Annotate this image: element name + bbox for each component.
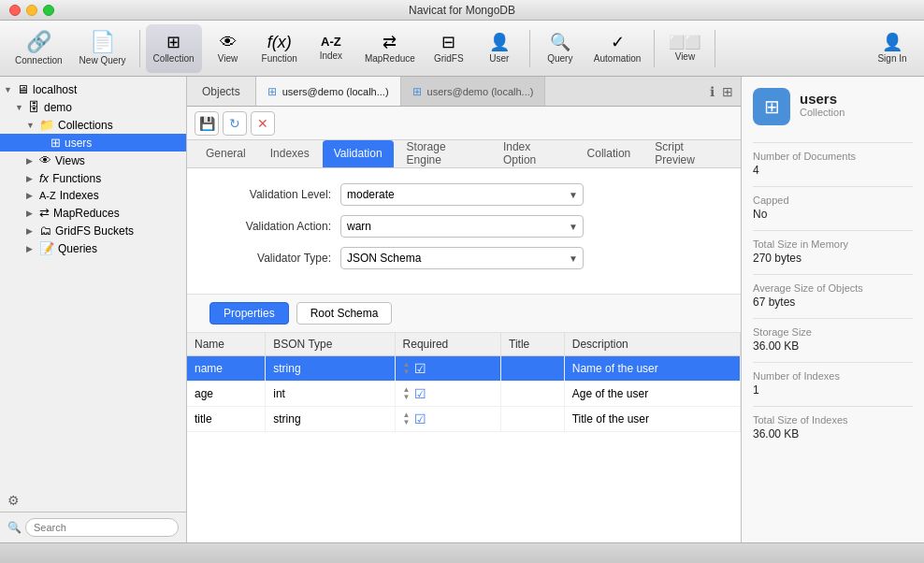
refresh-icon: ↻ [229,116,240,131]
index-icon: A-Z [321,36,341,48]
rp-stat-num-indexes: Number of Indexes 1 [753,370,913,397]
subtab-general[interactable]: General [195,140,257,167]
table-row[interactable]: age int ▲▼ ☑ Age of the user [187,382,741,407]
toolbar-sep-3 [654,30,655,67]
cell-title [501,382,565,407]
automation-button[interactable]: ✓ Automation [586,24,649,73]
subtab-indexes[interactable]: Indexes [259,140,321,167]
rp-stat-size-memory: Total Size in Memory 270 bytes [753,238,913,265]
subtab-index-option[interactable]: Index Option [492,140,574,167]
collection-button[interactable]: ⊞ Collection [146,24,202,73]
sidebar-item-label: users [65,137,92,150]
sidebar-item-label: MapReduces [53,207,120,220]
rp-collection-name: users [800,91,845,107]
minimize-button[interactable] [26,5,37,16]
col-title: Title [501,333,565,356]
tab-users-2[interactable]: ⊞ users@demo (localh...) [401,77,546,106]
table-row[interactable]: name string ▲▼ ☑ Name of the user [187,356,741,382]
tab-objects[interactable]: Objects [187,77,256,106]
tab-collection-icon-2: ⊞ [412,85,422,98]
index-label: Index [320,51,342,61]
gridfs-button[interactable]: ⊟ GridFS [425,24,473,73]
subtab-validation-label: Validation [334,147,383,160]
toolbar-sep-2 [529,30,530,67]
views-icon: 👁 [39,153,51,167]
delete-icon: ✕ [257,116,268,131]
tab-info-icons: ℹ ⊞ [702,77,741,106]
rp-label: Storage Size [753,326,913,338]
functions-icon: fx [39,171,49,185]
sidebar-item-demo[interactable]: ▼ 🗄 demo [0,98,186,116]
subtab-storage-engine[interactable]: Storage Engine [396,140,490,167]
collections-icon: 📁 [39,118,54,132]
check-icon: ☑ [414,411,426,426]
demo-icon: 🗄 [28,100,40,114]
indexes-icon: A-Z [39,190,56,201]
validation-action-label: Validation Action: [209,220,340,233]
connection-button[interactable]: 🔗 Connection [7,24,70,73]
sidebar-item-mapreduces[interactable]: ▶ ⇄ MapReduces [0,204,186,222]
add-record-button[interactable]: 💾 [195,111,219,136]
sidebar-item-label: Collections [58,119,113,132]
subtab-index-option-label: Index Option [503,140,563,166]
sidebar-item-gridfs[interactable]: ▶ 🗂 GridFS Buckets [0,222,186,239]
index-button[interactable]: A-Z Index [307,24,355,73]
rp-value: 67 bytes [753,296,913,309]
tab-users-1[interactable]: ⊞ users@demo (localh...) [256,77,401,106]
view2-button[interactable]: ⬜⬜ View [660,24,709,73]
sidebar-settings-icon[interactable]: ⚙ [7,493,20,508]
maximize-button[interactable] [43,5,54,16]
statusbar [0,542,924,563]
cell-name: title [187,407,266,432]
sidebar-item-users[interactable]: ⊞ users [0,134,186,152]
sidebar-item-queries[interactable]: ▶ 📝 Queries [0,239,186,257]
mapreduce-icon: ⇄ [383,34,397,51]
user-button[interactable]: 👤 User [475,24,524,73]
validator-type-label: Validator Type: [209,252,340,265]
info-icon[interactable]: ℹ [710,84,715,99]
sidebar-item-collections[interactable]: ▼ 📁 Collections [0,116,186,134]
new-query-button[interactable]: 📄 New Query [72,24,134,73]
grid-icon[interactable]: ⊞ [722,84,733,99]
search-input[interactable] [25,518,179,537]
validation-level-select[interactable]: moderate strict off [340,183,584,206]
properties-button[interactable]: Properties [209,302,289,325]
validation-form: Validation Level: moderate strict off ▼ … [187,168,741,295]
cell-required: ▲▼ ☑ [395,382,500,407]
rp-name-group: users Collection [800,91,845,129]
validation-action-select[interactable]: warn error [340,215,584,238]
validator-type-select[interactable]: JSON Schema Query Expression [340,247,584,269]
sidebar-item-indexes[interactable]: ▶ A-Z Indexes [0,187,186,204]
localhost-icon: 🖥 [17,82,29,96]
rp-label: Average Size of Objects [753,282,913,294]
refresh-button[interactable]: ↻ [223,111,247,136]
toolbar-sep-4 [715,30,715,67]
subtab-validation[interactable]: Validation [323,140,394,167]
collection-label: Collection [153,53,195,64]
cell-required: ▲▼ ☑ [395,407,500,432]
subtab-collation[interactable]: Collation [576,140,642,167]
root-schema-button[interactable]: Root Schema [296,302,393,325]
updown-icon: ▲▼ [403,411,411,426]
signin-icon: 👤 [882,34,902,51]
sidebar-item-label: GridFS Buckets [55,224,134,238]
col-required: Required [395,333,500,356]
sidebar-item-functions[interactable]: ▶ fx Functions [0,169,186,187]
cell-bson-type: string [266,407,395,432]
subtab-script-preview[interactable]: Script Preview [643,140,733,167]
queries-icon: 📝 [39,241,54,255]
sidebar-item-views[interactable]: ▶ 👁 Views [0,152,186,169]
mapreduce-button[interactable]: ⇄ MapReduce [357,24,423,73]
user-label: User [489,53,509,64]
function-button[interactable]: f(x) Function [254,24,305,73]
rp-label: Total Size of Indexes [753,414,913,426]
signin-button[interactable]: 👤 Sign In [868,24,917,73]
table-row[interactable]: title string ▲▼ ☑ Title of the user [187,407,741,432]
query-label: Query [547,53,572,64]
delete-button[interactable]: ✕ [251,111,275,136]
sidebar-item-localhost[interactable]: ▼ 🖥 localhost [0,80,186,98]
view-button[interactable]: 👁 View [204,24,253,73]
close-button[interactable] [9,5,21,16]
query-button[interactable]: 🔍 Query [536,24,585,73]
cell-description: Title of the user [564,407,740,432]
